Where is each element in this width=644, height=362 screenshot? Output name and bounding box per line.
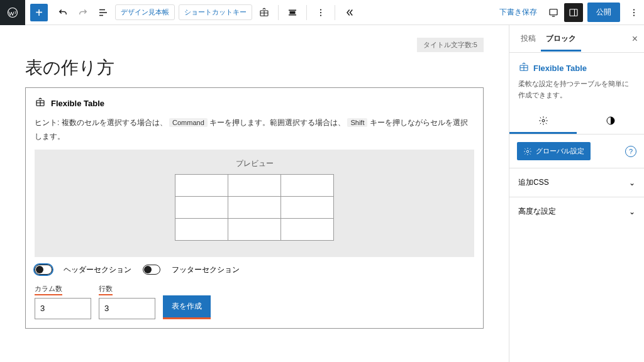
svg-rect-7 [570,9,577,16]
tab-post[interactable]: 投稿 [516,26,541,52]
more-options-button[interactable] [312,4,330,21]
table-icon[interactable] [255,4,273,21]
columns-input[interactable] [35,298,91,319]
options-menu-button[interactable] [625,4,643,21]
svg-point-9 [633,11,635,13]
svg-rect-2 [290,11,295,13]
title-count-badge: タイトル文字数:5 [417,38,484,52]
svg-rect-6 [550,9,557,14]
design-sample-button[interactable]: デザイン見本帳 [115,4,175,20]
redo-button[interactable] [74,4,92,21]
svg-point-10 [633,14,635,16]
svg-point-8 [633,9,635,10]
rows-label: 行数 [99,284,113,295]
align-button[interactable] [284,4,301,21]
svg-point-13 [542,119,545,122]
preview-area: プレビュー [35,150,474,257]
shortcut-button[interactable]: ショートカットキー [179,4,252,20]
outline-button[interactable] [94,4,112,21]
chevron-down-icon: ⌄ [629,207,635,216]
tab-block[interactable]: ブロック [541,26,581,52]
settings-toggle-button[interactable] [564,3,583,22]
kbd-command: Command [169,118,208,127]
sidebar-block-desc: 柔軟な設定を持つテーブルを簡単に作成できます。 [518,79,635,101]
save-draft-button[interactable]: 下書き保存 [499,7,537,18]
chevron-down-icon: ⌄ [629,178,635,187]
header-section-toggle[interactable] [35,265,52,275]
subtab-settings[interactable] [509,109,577,134]
svg-point-5 [320,14,321,16]
undo-button[interactable] [54,4,72,21]
block-title: Flexible Table [51,99,104,108]
preview-label: プレビュー [35,158,474,169]
svg-point-15 [526,150,529,153]
footer-section-label: フッターセクション [172,265,240,275]
add-block-button[interactable]: + [30,4,48,21]
panel-additional-css[interactable]: 追加CSS ⌄ [509,168,644,197]
desktop-view-button[interactable] [544,3,563,22]
hint-text: ヒント: 複数のセルを選択する場合は、 Command キーを押します。範囲選択… [35,116,474,143]
global-settings-button[interactable]: グローバル設定 [517,142,591,160]
table-icon [35,97,46,110]
svg-point-3 [320,9,321,10]
wp-logo[interactable] [0,0,25,25]
close-sidebar-button[interactable]: × [632,33,638,45]
sidebar-block-name: Flexible Table [533,63,587,73]
collapse-button[interactable] [340,4,358,21]
svg-point-4 [320,11,321,13]
kbd-shift: Shift [347,118,367,127]
preview-grid [175,174,334,240]
page-title[interactable]: 表の作り方 [25,56,484,80]
footer-section-toggle[interactable] [143,265,160,275]
rows-input[interactable] [99,298,155,319]
flexible-table-block[interactable]: Flexible Table ヒント: 複数のセルを選択する場合は、 Comma… [25,87,484,329]
publish-button[interactable]: 公開 [587,3,620,22]
columns-label: カラム数 [35,284,62,295]
subtab-styles[interactable] [577,109,644,134]
help-button[interactable]: ? [625,146,636,157]
panel-advanced[interactable]: 高度な設定 ⌄ [509,197,644,226]
header-section-label: ヘッダーセクション [64,265,131,275]
table-icon [518,62,530,75]
create-table-button[interactable]: 表を作成 [163,295,211,319]
